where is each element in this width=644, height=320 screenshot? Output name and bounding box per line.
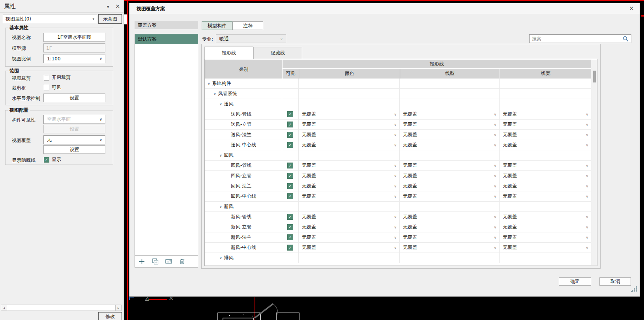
lineweight-override-dropdown[interactable]: 无覆盖∨ [500,181,591,191]
category-cell: ∨送风 [205,99,282,109]
linetype-override-dropdown[interactable]: 无覆盖∨ [400,181,500,191]
modify-button[interactable]: 修改 [98,312,122,320]
visibility-checkbox[interactable]: ✓ [287,173,293,179]
duplicate-scheme-icon[interactable] [152,258,159,265]
tab-hidden-lines[interactable]: 隐藏线 [253,47,302,59]
chevron-down-icon: ∨ [583,225,591,229]
search-input[interactable] [530,36,623,41]
view-override-select[interactable]: 无 ∨ [43,135,105,144]
component-visibility-value: 空调水平面 [44,116,97,123]
color-override-dropdown[interactable]: 无覆盖∨ [299,181,400,191]
scheme-list-item[interactable]: 默认方案 [135,34,198,44]
show-hidden-lines-checkbox[interactable]: ✓ [44,157,49,163]
linetype-override-dropdown[interactable]: 无覆盖∨ [400,130,500,140]
visibility-checkbox[interactable]: ✓ [287,111,293,117]
ok-button[interactable]: 确定 [559,277,591,286]
linetype-override-dropdown[interactable]: 无覆盖∨ [400,109,500,119]
linetype-override-dropdown[interactable]: 无覆盖∨ [400,140,500,150]
collapse-icon[interactable]: ∨ [219,153,222,157]
lineweight-override-dropdown[interactable]: 无覆盖∨ [500,171,591,181]
lineweight-override-dropdown[interactable]: 无覆盖∨ [500,222,591,232]
category-label: 新风-管线 [231,213,251,220]
color-override-dropdown[interactable]: 无覆盖∨ [299,243,400,253]
crop-box-checkbox[interactable] [44,85,49,90]
delete-scheme-icon[interactable] [179,258,185,265]
visibility-checkbox[interactable]: ✓ [287,183,293,189]
dialog-close-icon[interactable]: × [629,5,634,12]
linetype-override-dropdown[interactable]: 无覆盖∨ [400,212,500,222]
visibility-checkbox[interactable]: ✓ [287,122,293,127]
color-override-dropdown[interactable]: 无覆盖∨ [299,222,400,232]
color-override-dropdown[interactable]: 无覆盖∨ [299,212,400,222]
table-row: 回风-法兰✓无覆盖∨无覆盖∨无覆盖∨ [205,181,591,191]
color-override-dropdown[interactable]: 无覆盖∨ [299,130,400,140]
horizontal-scrollbar[interactable]: ◂ ▸ [1,305,122,311]
lineweight-override-dropdown[interactable]: 无覆盖∨ [500,120,591,129]
resize-grip-icon[interactable] [631,286,638,293]
lineweight-override-dropdown[interactable]: 无覆盖∨ [500,232,591,242]
visibility-checkbox[interactable]: ✓ [287,193,293,199]
linetype-override-dropdown[interactable]: 无覆盖∨ [400,191,500,201]
lineweight-override-dropdown[interactable]: 无覆盖∨ [500,161,591,170]
visibility-checkbox[interactable]: ✓ [287,132,293,138]
color-override-dropdown[interactable]: 无覆盖∨ [299,109,400,119]
cancel-button[interactable]: 取消 [599,277,631,286]
table-vertical-scrollbar[interactable] [592,60,597,265]
visibility-checkbox[interactable]: ✓ [287,214,293,220]
color-override-dropdown[interactable]: 无覆盖∨ [299,171,400,181]
visibility-checkbox[interactable]: ✓ [287,142,293,148]
linetype-override-dropdown[interactable]: 无覆盖∨ [400,120,500,129]
tab-model-components[interactable]: 模型构件 [202,21,232,30]
visibility-checkbox[interactable]: ✓ [287,163,293,168]
panel-close-icon[interactable]: × [115,3,120,10]
rename-scheme-icon[interactable] [165,258,172,265]
collapse-icon[interactable]: ∨ [219,256,222,260]
panel-collapse-icon[interactable]: ▾ [107,4,109,9]
view-crop-checkbox-label: 开启裁剪 [52,74,71,81]
linetype-override-dropdown[interactable]: 无覆盖∨ [400,161,500,170]
search-icon[interactable] [623,36,631,42]
color-override-dropdown[interactable]: 无覆盖∨ [299,191,400,201]
collapse-icon[interactable]: ∨ [219,102,222,106]
view-scale-select[interactable]: 1:100 ∨ [43,54,105,63]
scroll-right-button[interactable]: ▸ [115,305,122,311]
visibility-checkbox[interactable]: ✓ [287,224,293,230]
tab-projection-lines[interactable]: 投影线 [204,47,253,59]
color-override-dropdown[interactable]: 无覆盖∨ [299,140,400,150]
category-label: 新风-法兰 [231,234,251,241]
view-override-settings-button[interactable]: 设置 [43,145,105,154]
scrollbar-track[interactable] [7,305,115,311]
visibility-checkbox[interactable]: ✓ [287,234,293,240]
color-override-dropdown[interactable]: 无覆盖∨ [299,161,400,170]
profession-select[interactable]: 暖通 ∨ [216,34,286,43]
schematic-button[interactable]: 示意图 [98,14,122,24]
collapse-icon[interactable]: ∨ [213,92,216,96]
dialog-titlebar[interactable] [129,3,640,14]
scrollbar-thumb[interactable] [593,71,596,82]
horizontal-display-settings-button[interactable]: 设置 [43,94,105,102]
lineweight-override-dropdown[interactable]: 无覆盖∨ [500,130,591,140]
lineweight-override-dropdown[interactable]: 无覆盖∨ [500,191,591,201]
lineweight-override-dropdown[interactable]: 无覆盖∨ [500,140,591,150]
linetype-override-dropdown[interactable]: 无覆盖∨ [400,243,500,253]
category-cell: 送风-管线 [205,109,282,119]
linetype-override-dropdown[interactable]: 无覆盖∨ [400,232,500,242]
collapse-icon[interactable]: ∨ [219,205,222,209]
collapse-icon[interactable]: ∨ [208,82,210,86]
color-override-dropdown[interactable]: 无覆盖∨ [299,232,400,242]
visibility-checkbox[interactable]: ✓ [287,245,293,251]
chevron-down-icon: ∨ [97,117,105,122]
color-override-dropdown[interactable]: 无覆盖∨ [299,120,400,129]
property-type-select[interactable]: 视图属性(0) ▾ [3,15,97,23]
lineweight-override-dropdown[interactable]: 无覆盖∨ [500,109,591,119]
lineweight-override-dropdown[interactable]: 无覆盖∨ [500,212,591,222]
lineweight-override-dropdown[interactable]: 无覆盖∨ [500,243,591,253]
scroll-left-button[interactable]: ◂ [1,305,7,311]
tab-annotations[interactable]: 注释 [232,21,263,30]
add-scheme-icon[interactable] [139,258,145,265]
view-name-input[interactable]: 1F空调水平面图 [43,33,105,42]
component-visibility-select[interactable]: 空调水平面 ∨ [43,115,105,124]
linetype-override-dropdown[interactable]: 无覆盖∨ [400,171,500,181]
view-crop-checkbox[interactable] [44,75,49,80]
linetype-override-dropdown[interactable]: 无覆盖∨ [400,222,500,232]
